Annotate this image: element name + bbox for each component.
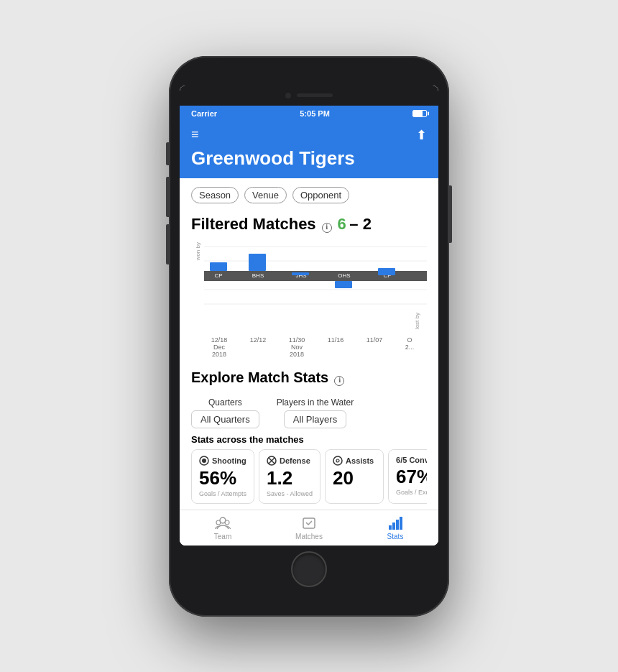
filter-tab-opponent[interactable]: Opponent (292, 187, 349, 203)
power-button (449, 185, 452, 243)
svg-rect-15 (210, 262, 227, 271)
svg-point-29 (225, 520, 229, 525)
menu-icon[interactable]: ≡ (191, 127, 199, 142)
svg-point-21 (202, 459, 206, 463)
assists-card: Assists 20 (325, 449, 384, 504)
conversion-card: 6/5 Convers 67% Goals / Exclu (388, 449, 427, 504)
camera-icon (285, 93, 291, 98)
players-label: Players in the Water (277, 397, 354, 408)
filter-tab-venue[interactable]: Venue (244, 187, 287, 203)
tab-stats[interactable]: Stats (352, 510, 438, 546)
battery-icon (412, 110, 427, 117)
share-icon[interactable]: ⬆ (416, 127, 427, 143)
assists-icon (333, 456, 343, 466)
defense-header: Defense (267, 456, 313, 466)
svg-text:CP: CP (214, 272, 222, 279)
conversion-value: 67% (396, 467, 427, 486)
matches-wins: 6 (338, 215, 346, 233)
svg-rect-16 (249, 254, 266, 271)
matches-title: Filtered Matches (191, 215, 316, 234)
filter-section: Season Venue Opponent (180, 178, 438, 215)
svg-point-28 (216, 520, 221, 525)
controls-row: Quarters All Quarters Players in the Wat… (191, 397, 427, 428)
matches-losses: 2 (363, 215, 372, 233)
battery-fill (413, 111, 423, 116)
stats-icon (387, 515, 403, 531)
team-icon (215, 515, 231, 531)
players-select[interactable]: All Players (284, 410, 346, 428)
svg-point-25 (333, 456, 342, 465)
phone-device: Carrier 5:05 PM ≡ ⬆ Greenwood Tigers Sea… (169, 56, 449, 617)
svg-rect-19 (378, 268, 395, 275)
svg-rect-32 (392, 523, 395, 530)
chart-container: won by 10 5 5 10 (180, 236, 438, 335)
tab-team[interactable]: Team (180, 510, 266, 546)
header-controls: ≡ ⬆ (191, 127, 427, 143)
tab-matches[interactable]: Matches (266, 510, 352, 546)
volume-up-button (166, 177, 169, 217)
match-date-2: 12/12 (250, 336, 267, 358)
chart-y-bottom: lost by (414, 313, 427, 329)
stats-cards: Shooting 56% Goals / Attempts (191, 449, 427, 504)
shooting-header: Shooting (199, 456, 246, 466)
chart-svg: 10 5 5 10 CP BHS JHS OHS CP (204, 239, 427, 318)
tab-team-label: Team (214, 533, 231, 540)
matches-dash: – (349, 215, 362, 233)
status-bar: Carrier 5:05 PM (180, 106, 438, 121)
match-date-6: O 2... (405, 336, 415, 358)
svg-rect-17 (292, 272, 309, 275)
svg-rect-31 (389, 525, 392, 530)
app-header: ≡ ⬆ Greenwood Tigers (180, 121, 438, 178)
matches-icon (301, 515, 317, 531)
time-label: 5:05 PM (300, 109, 330, 118)
match-date-4: 11/16 (328, 336, 344, 358)
stats-label: Stats across the matches (191, 434, 427, 445)
mute-button (166, 142, 169, 165)
volume-down-button (166, 224, 169, 264)
explore-title: Explore Match Stats (191, 369, 328, 386)
svg-text:BHS: BHS (252, 272, 264, 279)
conversion-header: 6/5 Convers (396, 456, 427, 464)
match-date-1: 12/18 Dec 2018 (211, 336, 228, 358)
tab-matches-label: Matches (295, 533, 323, 540)
carrier-label: Carrier (191, 109, 217, 118)
matches-info-icon[interactable]: ℹ (322, 223, 332, 233)
phone-top-bar (180, 86, 438, 106)
battery-area (412, 110, 427, 117)
players-control: Players in the Water All Players (277, 397, 354, 428)
quarters-label: Quarters (208, 397, 242, 408)
shooting-value: 56% (199, 469, 246, 487)
chart-wrapper: won by 10 5 5 10 (191, 239, 427, 318)
tab-bar: Team Matches Stats (180, 510, 438, 546)
quarters-select[interactable]: All Quarters (191, 410, 259, 428)
svg-text:OHS: OHS (338, 272, 350, 279)
defense-card: Defense 1.2 Saves - Allowed (259, 449, 320, 504)
defense-sub: Saves - Allowed (267, 490, 313, 497)
svg-rect-18 (335, 281, 352, 288)
defense-value: 1.2 (267, 469, 313, 487)
speaker-icon (297, 93, 333, 97)
tab-stats-label: Stats (387, 533, 404, 540)
assists-value: 20 (333, 469, 376, 487)
svg-rect-34 (400, 517, 402, 530)
shooting-sub: Goals / Attempts (199, 490, 246, 497)
match-date-5: 11/07 (366, 336, 383, 358)
shooting-card: Shooting 56% Goals / Attempts (191, 449, 254, 504)
conversion-sub: Goals / Exclu (396, 489, 427, 496)
svg-rect-33 (396, 520, 399, 530)
chart-y-top: won by (195, 242, 201, 260)
svg-point-26 (336, 459, 339, 462)
quarters-control: Quarters All Quarters (191, 397, 259, 428)
main-content: Season Venue Opponent Filtered Matches ℹ… (180, 178, 438, 510)
shooting-icon (199, 456, 209, 466)
team-name: Greenwood Tigers (191, 147, 427, 170)
filter-tabs: Season Venue Opponent (191, 187, 427, 203)
filter-tab-season[interactable]: Season (191, 187, 239, 203)
home-button[interactable] (291, 551, 327, 587)
explore-section: Explore Match Stats ℹ Quarters All Quart… (180, 364, 438, 510)
match-date-3: 11/30 Nov 2018 (289, 336, 305, 358)
defense-icon (267, 456, 277, 466)
explore-info-icon[interactable]: ℹ (334, 376, 344, 386)
phone-screen: Carrier 5:05 PM ≡ ⬆ Greenwood Tigers Sea… (180, 86, 438, 546)
assists-header: Assists (333, 456, 376, 466)
